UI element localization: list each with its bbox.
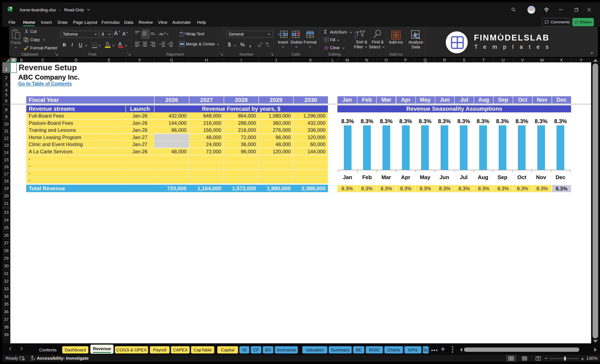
svg-text:A: A [354,30,357,34]
svg-text:.00: .00 [257,45,261,47]
svg-text:ab: ab [180,31,183,34]
svg-text:.00: .00 [265,42,268,45]
svg-text:←0: ←0 [259,42,262,45]
svg-text:ab: ab [159,32,163,36]
svg-text:Z: Z [354,35,356,38]
svg-text:→0: →0 [266,45,269,47]
svg-text:x: x [8,8,9,10]
svg-text:c: c [180,34,181,37]
